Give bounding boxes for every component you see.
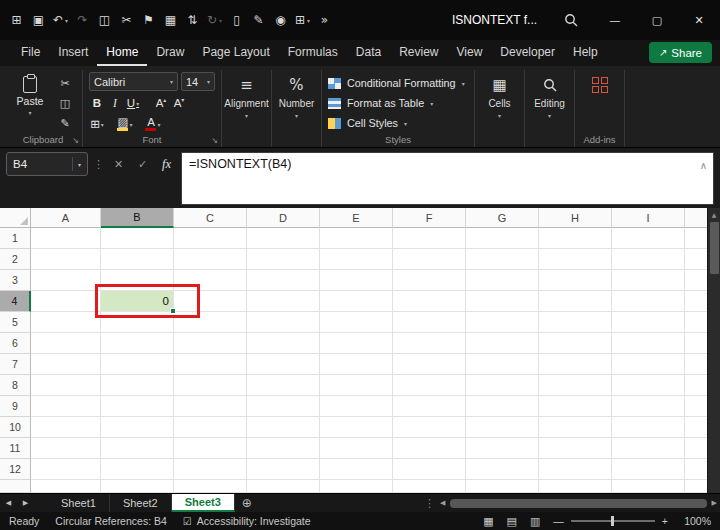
column-header-F[interactable]: F [393, 208, 466, 228]
cell-A12[interactable] [31, 459, 101, 480]
row-header-6[interactable]: 6 [0, 333, 31, 354]
cell-G7[interactable] [466, 354, 539, 375]
accessibility-status[interactable]: ☑ Accessibility: Investigate [183, 515, 311, 527]
number-group-button[interactable]: % Number ▾ [272, 70, 322, 147]
format-painter-icon[interactable]: ✎ [54, 114, 76, 132]
cell-B6[interactable] [101, 333, 174, 354]
addins-group[interactable]: Add-ins [575, 70, 625, 147]
calculator-icon[interactable]: ▦ [160, 8, 181, 32]
zoom-slider-thumb[interactable] [611, 516, 614, 526]
camera-icon[interactable]: ◉ [270, 8, 291, 32]
cell-A7[interactable] [31, 354, 101, 375]
cell-D11[interactable] [247, 438, 320, 459]
cell-H12[interactable] [539, 459, 612, 480]
cell-F2[interactable] [393, 249, 466, 270]
cell-A5[interactable] [31, 312, 101, 333]
cell-G5[interactable] [466, 312, 539, 333]
column-header-C[interactable]: C [174, 208, 247, 228]
row-header-4[interactable]: 4 [0, 291, 31, 312]
cells-group-button[interactable]: ▦ Cells ▾ [475, 70, 525, 147]
fill-color-button[interactable]: ▨▾ [117, 115, 133, 133]
cell-A11[interactable] [31, 438, 101, 459]
cell-F11[interactable] [393, 438, 466, 459]
cell-C12[interactable] [174, 459, 247, 480]
cell-F4[interactable] [393, 291, 466, 312]
alignment-group-button[interactable]: ≡ Alignment ▾ [222, 70, 272, 147]
scroll-left-icon[interactable]: ◀ [440, 499, 445, 507]
cell-E4[interactable] [320, 291, 393, 312]
tab-view[interactable]: View [448, 41, 492, 66]
cell-F5[interactable] [393, 312, 466, 333]
cell-D12[interactable] [247, 459, 320, 480]
cell-A4[interactable] [31, 291, 101, 312]
cell-C11[interactable] [174, 438, 247, 459]
column-header-D[interactable]: D [247, 208, 320, 228]
cell-G4[interactable] [466, 291, 539, 312]
cell-H5[interactable] [539, 312, 612, 333]
tab-review[interactable]: Review [390, 41, 447, 66]
cell-C9[interactable] [174, 396, 247, 417]
cell-B1[interactable] [101, 228, 174, 249]
cell-H11[interactable] [539, 438, 612, 459]
cell-G12[interactable] [466, 459, 539, 480]
sheet-tab-sheet2[interactable]: Sheet2 [110, 494, 172, 512]
cell-A1[interactable] [31, 228, 101, 249]
page-layout-view-icon[interactable]: ▤ [507, 515, 517, 528]
cell-F9[interactable] [393, 396, 466, 417]
cell-F8[interactable] [393, 375, 466, 396]
cell-G8[interactable] [466, 375, 539, 396]
cell-partial[interactable] [320, 480, 393, 493]
cell-D8[interactable] [247, 375, 320, 396]
font-color-button[interactable]: A▾ [145, 115, 161, 133]
insert-function-button[interactable]: fx [157, 152, 176, 176]
cell-F10[interactable] [393, 417, 466, 438]
vertical-scrollbar[interactable]: ▲ [707, 208, 720, 493]
cell-C10[interactable] [174, 417, 247, 438]
cell-I8[interactable] [612, 375, 685, 396]
cell-D5[interactable] [247, 312, 320, 333]
cut-icon[interactable]: ✂ [54, 75, 76, 93]
new-file-icon[interactable]: ▯ [226, 8, 247, 32]
borders-button[interactable]: ⊞▾ [89, 115, 105, 133]
cell-C1[interactable] [174, 228, 247, 249]
row-header-2[interactable]: 2 [0, 249, 31, 270]
font-size-combo[interactable]: 14 ▾ [181, 72, 215, 91]
cell-D4[interactable] [247, 291, 320, 312]
cell-H2[interactable] [539, 249, 612, 270]
cell-B11[interactable] [101, 438, 174, 459]
enter-icon[interactable]: ✓ [133, 152, 152, 176]
cell-B8[interactable] [101, 375, 174, 396]
cell-D1[interactable] [247, 228, 320, 249]
cell-B7[interactable] [101, 354, 174, 375]
row-header-1[interactable]: 1 [0, 228, 31, 249]
cell-B12[interactable] [101, 459, 174, 480]
sheet-tab-sheet3[interactable]: Sheet3 [172, 494, 235, 512]
cell-G2[interactable] [466, 249, 539, 270]
sheet-tab-sheet1[interactable]: Sheet1 [48, 494, 110, 512]
cell-C2[interactable] [174, 249, 247, 270]
cell-A10[interactable] [31, 417, 101, 438]
decrease-font-button[interactable]: A▾ [171, 94, 187, 112]
cell-partial[interactable] [393, 480, 466, 493]
tab-home[interactable]: Home [97, 41, 147, 66]
cancel-icon[interactable]: ✕ [109, 152, 128, 176]
cell-partial[interactable] [466, 480, 539, 493]
format-as-table-button[interactable]: Format as Table▾ [328, 94, 468, 112]
cell-F7[interactable] [393, 354, 466, 375]
editing-group-button[interactable]: Editing ▾ [525, 70, 575, 147]
cell-E2[interactable] [320, 249, 393, 270]
cell-partial[interactable] [31, 480, 101, 493]
cell-E6[interactable] [320, 333, 393, 354]
save-icon[interactable]: ▣ [28, 8, 49, 32]
cell-A8[interactable] [31, 375, 101, 396]
cell-I9[interactable] [612, 396, 685, 417]
bold-button[interactable]: B [89, 94, 105, 112]
row-header-9[interactable]: 9 [0, 396, 31, 417]
horizontal-scrollbar-thumb[interactable] [450, 499, 706, 508]
cell-F1[interactable] [393, 228, 466, 249]
cell-F12[interactable] [393, 459, 466, 480]
cell-I5[interactable] [612, 312, 685, 333]
maximize-button[interactable]: ▢ [636, 0, 678, 40]
column-header-G[interactable]: G [466, 208, 539, 228]
font-name-combo[interactable]: Calibri ▾ [89, 72, 178, 91]
